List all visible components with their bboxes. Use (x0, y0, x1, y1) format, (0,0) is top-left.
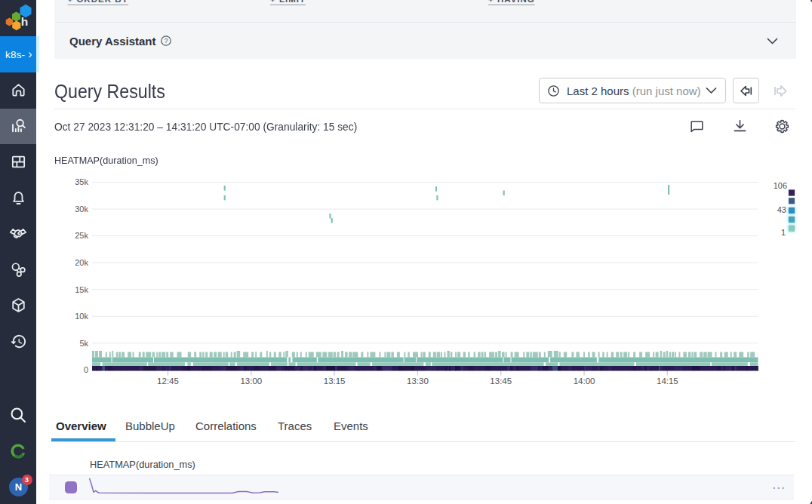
row-menu-icon[interactable]: ⋯ (772, 480, 786, 496)
series-sparkline (0, 0, 812, 504)
